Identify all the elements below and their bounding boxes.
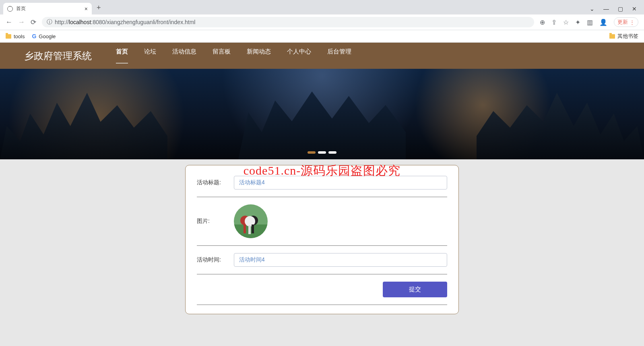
profile-avatar-icon[interactable]: 👤 <box>599 19 607 26</box>
bookmark-tools[interactable]: tools <box>6 33 25 39</box>
bookmark-other[interactable]: 其他书签 <box>609 33 638 40</box>
bookmark-star-icon[interactable]: ☆ <box>563 19 569 26</box>
carousel-dots <box>308 151 336 154</box>
image-preview[interactable] <box>234 204 268 238</box>
tab-title: 首页 <box>16 5 26 12</box>
window-minimize-icon[interactable]: — <box>603 6 609 12</box>
nav-forum[interactable]: 论坛 <box>144 48 156 64</box>
nav-home[interactable]: 首页 <box>116 48 128 64</box>
folder-icon <box>6 34 11 39</box>
globe-icon <box>7 6 13 12</box>
form-card: 活动标题: 图片: 活动时间: 提交 <box>185 165 459 314</box>
submit-button[interactable]: 提交 <box>383 282 447 297</box>
side-panel-icon[interactable]: ▥ <box>587 19 593 26</box>
carousel-dot-3[interactable] <box>328 151 336 154</box>
window-controls: ⌄ — ▢ ✕ <box>582 6 644 14</box>
image-preview-thumb <box>234 204 268 238</box>
url-text: http://localhost:8080/xiangzhengfuguanli… <box>55 19 195 25</box>
banner-carousel <box>0 69 644 159</box>
bookmark-google[interactable]: GGoogle <box>32 33 56 39</box>
omnibox[interactable]: ⓘ http://localhost:8080/xiangzhengfuguan… <box>42 17 534 27</box>
banner-image <box>0 69 644 159</box>
nav-personal-center[interactable]: 个人中心 <box>287 48 311 64</box>
site-info-icon[interactable]: ⓘ <box>47 19 52 26</box>
row-image: 图片: <box>197 197 447 246</box>
input-activity-time[interactable] <box>234 253 447 267</box>
carousel-dot-1[interactable] <box>308 151 316 154</box>
svg-rect-5 <box>244 224 246 233</box>
update-button[interactable]: 更新⋮ <box>614 17 638 27</box>
close-tab-icon[interactable]: × <box>85 6 88 12</box>
window-dropdown-icon[interactable]: ⌄ <box>590 6 594 12</box>
svg-rect-7 <box>248 225 251 234</box>
watermark-text: code51.cn-源码乐园盗图必究 <box>244 163 400 179</box>
back-button[interactable]: ← <box>6 18 12 26</box>
nav-admin[interactable]: 后台管理 <box>327 48 351 64</box>
label-activity-time: 活动时间: <box>197 256 234 264</box>
row-activity-time: 活动时间: <box>197 246 447 274</box>
address-bar: ← → ⟳ ⓘ http://localhost:8080/xiangzheng… <box>0 14 644 30</box>
browser-chrome: 首页 × + ⌄ — ▢ ✕ ← → ⟳ ⓘ http://localhost:… <box>0 0 644 43</box>
window-maximize-icon[interactable]: ▢ <box>618 6 623 12</box>
folder-icon <box>609 34 615 39</box>
row-submit: 提交 <box>197 274 447 305</box>
reload-button[interactable]: ⟳ <box>31 18 36 27</box>
site-title: 乡政府管理系统 <box>24 49 92 62</box>
svg-rect-6 <box>252 224 254 233</box>
bookmarks-bar: tools GGoogle 其他书签 <box>0 30 644 43</box>
page-content: code51.cn-源码乐园盗图必究 活动标题: 图片: <box>0 159 644 320</box>
tab-bar: 首页 × + ⌄ — ▢ ✕ <box>0 0 644 14</box>
google-icon: G <box>32 33 36 39</box>
site-header: 乡政府管理系统 首页 论坛 活动信息 留言板 新闻动态 个人中心 后台管理 <box>0 43 644 69</box>
window-close-icon[interactable]: ✕ <box>632 6 637 12</box>
share-icon[interactable]: ⇪ <box>551 19 557 26</box>
extensions-icon[interactable]: ✦ <box>575 19 580 26</box>
nav-news[interactable]: 新闻动态 <box>247 48 271 64</box>
nav-message-board[interactable]: 留言板 <box>213 48 231 64</box>
nav-activity[interactable]: 活动信息 <box>172 48 196 64</box>
label-activity-title: 活动标题: <box>197 179 234 186</box>
carousel-dot-2[interactable] <box>318 151 326 154</box>
site-nav: 首页 论坛 活动信息 留言板 新闻动态 个人中心 后台管理 <box>116 48 351 64</box>
zoom-icon[interactable]: ⊕ <box>540 19 545 26</box>
new-tab-button[interactable]: + <box>92 4 106 14</box>
label-image: 图片: <box>197 218 234 225</box>
browser-tab[interactable]: 首页 × <box>3 3 92 14</box>
forward-button[interactable]: → <box>18 18 25 26</box>
